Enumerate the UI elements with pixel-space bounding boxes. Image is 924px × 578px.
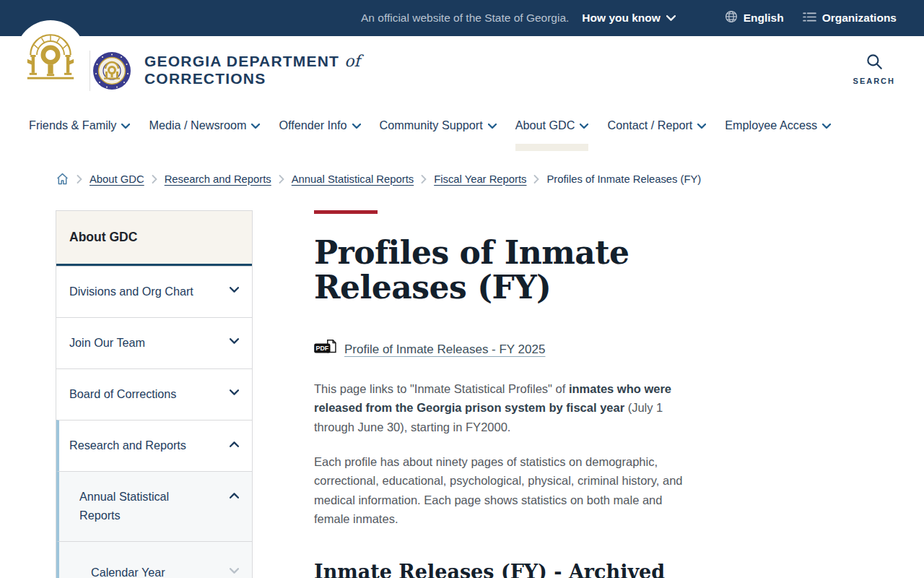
breadcrumb-link-annual-statistical-reports[interactable]: Annual Statistical Reports xyxy=(292,173,414,185)
breadcrumb-separator-icon xyxy=(533,175,539,184)
chevron-down-icon xyxy=(230,568,239,574)
sidebar-item-annual-statistical-reports[interactable]: Annual Statistical Reports xyxy=(56,471,252,541)
language-label: English xyxy=(744,12,784,25)
organizations-button[interactable]: Organizations xyxy=(803,12,897,25)
svg-text:PDF: PDF xyxy=(316,345,329,352)
breadcrumb-separator-icon xyxy=(279,175,284,184)
chevron-down-icon xyxy=(580,124,588,129)
globe-icon xyxy=(725,10,738,26)
breadcrumb-separator-icon xyxy=(152,175,157,184)
nav-label: Media / Newsroom xyxy=(149,118,246,132)
sidebar-title: About GDC xyxy=(56,211,252,266)
header-divider xyxy=(90,51,90,91)
how-you-know-button[interactable]: How you know xyxy=(582,12,676,25)
organizations-label: Organizations xyxy=(822,12,897,25)
chevron-down-icon xyxy=(251,124,260,129)
chevron-down-icon xyxy=(230,338,239,345)
pdf-icon: PDF xyxy=(314,339,337,361)
official-website-text: An official website of the State of Geor… xyxy=(361,12,569,25)
chevron-down-icon xyxy=(822,124,831,129)
sidebar-item-label: Annual Statistical Reports xyxy=(79,488,206,525)
nav-item-friends-family[interactable]: Friends & Family xyxy=(29,118,130,135)
nav-label: About GDC xyxy=(515,118,575,132)
nav-item-offender-info[interactable]: Offender Info xyxy=(279,118,360,135)
nav-label: Contact / Report xyxy=(607,118,692,132)
archived-reports-heading: Inmate Releases (FY) - Archived Reports xyxy=(314,561,712,578)
nav-label: Friends & Family xyxy=(29,118,116,132)
main-navigation: Friends & Family Media / Newsroom Offend… xyxy=(0,105,924,146)
language-selector[interactable]: English xyxy=(725,10,784,26)
description-paragraph: Each profile has about ninety pages of s… xyxy=(314,452,689,529)
search-label: SEARCH xyxy=(853,77,895,85)
agency-line2: CORRECTIONS xyxy=(144,70,360,87)
chevron-up-icon xyxy=(230,492,239,499)
breadcrumb-link-fiscal-year-reports[interactable]: Fiscal Year Reports xyxy=(434,173,526,185)
sidebar-item-label: Board of Corrections xyxy=(69,385,176,404)
nav-label: Employee Access xyxy=(725,118,817,132)
sidebar-item-calendar-year[interactable]: Calendar Year xyxy=(56,541,252,578)
georgia-arch-logo[interactable] xyxy=(16,20,85,90)
chevron-down-icon xyxy=(666,12,676,25)
breadcrumb: About GDC Research and Reports Annual St… xyxy=(56,172,924,186)
nav-item-media-newsroom[interactable]: Media / Newsroom xyxy=(149,118,260,135)
chevron-down-icon xyxy=(488,124,497,129)
breadcrumb-link-research-reports[interactable]: Research and Reports xyxy=(165,173,271,185)
breadcrumb-current-page: Profiles of Inmate Releases (FY) xyxy=(546,173,701,185)
agency-line1: GEORGIA DEPARTMENT xyxy=(144,53,339,69)
section-sidebar: About GDC Divisions and Org Chart Join O… xyxy=(56,210,253,578)
home-icon[interactable] xyxy=(56,172,69,186)
main-content: Profiles of Inmate Releases (FY) PDF Pro… xyxy=(314,210,712,578)
intro-paragraph: This page links to "Inmate Statistical P… xyxy=(314,379,689,436)
pdf-download-row: PDF Profile of Inmate Releases - FY 2025 xyxy=(314,339,712,361)
intro-text-pre: This page links to "Inmate Statistical P… xyxy=(314,382,569,395)
page-title: Profiles of Inmate Releases (FY) xyxy=(314,236,639,306)
chevron-up-icon xyxy=(230,441,239,447)
chevron-down-icon xyxy=(352,124,361,129)
sidebar-item-divisions-org-chart[interactable]: Divisions and Org Chart xyxy=(56,266,252,317)
breadcrumb-separator-icon xyxy=(77,175,82,184)
official-state-bar: An official website of the State of Geor… xyxy=(0,0,924,36)
nav-label: Offender Info xyxy=(279,118,346,132)
chevron-down-icon xyxy=(697,124,706,129)
sidebar-item-join-our-team[interactable]: Join Our Team xyxy=(56,317,252,368)
sidebar-item-label: Research and Reports xyxy=(69,436,186,455)
chevron-down-icon xyxy=(121,124,130,129)
nav-item-contact-report[interactable]: Contact / Report xyxy=(607,118,706,135)
list-icon xyxy=(803,12,816,25)
sidebar-item-label: Divisions and Org Chart xyxy=(69,282,193,301)
nav-label: Community Support xyxy=(380,118,483,132)
sidebar-item-research-and-reports[interactable]: Research and Reports xyxy=(56,420,252,471)
pdf-link-fy2025[interactable]: Profile of Inmate Releases - FY 2025 xyxy=(344,342,545,357)
agency-of: of xyxy=(344,52,359,70)
sidebar-item-label: Calendar Year xyxy=(91,564,165,578)
site-header: GEORGIA DEPARTMENT of CORRECTIONS SEARCH xyxy=(0,36,924,105)
title-accent-rule xyxy=(314,210,378,214)
sidebar-item-board-of-corrections[interactable]: Board of Corrections xyxy=(56,368,252,420)
nav-item-community-support[interactable]: Community Support xyxy=(380,118,497,135)
search-button[interactable]: SEARCH xyxy=(853,52,895,85)
agency-title[interactable]: GEORGIA DEPARTMENT of CORRECTIONS xyxy=(144,52,360,87)
search-icon xyxy=(865,52,884,74)
breadcrumb-separator-icon xyxy=(421,175,427,184)
corrections-seal xyxy=(92,51,131,93)
chevron-down-icon xyxy=(230,287,239,293)
how-you-know-label: How you know xyxy=(582,12,661,25)
chevron-down-icon xyxy=(230,389,239,396)
sidebar-item-label: Join Our Team xyxy=(69,334,145,353)
nav-item-employee-access[interactable]: Employee Access xyxy=(725,118,831,135)
nav-item-about-gdc[interactable]: About GDC xyxy=(515,118,589,135)
breadcrumb-link-about-gdc[interactable]: About GDC xyxy=(90,173,144,185)
